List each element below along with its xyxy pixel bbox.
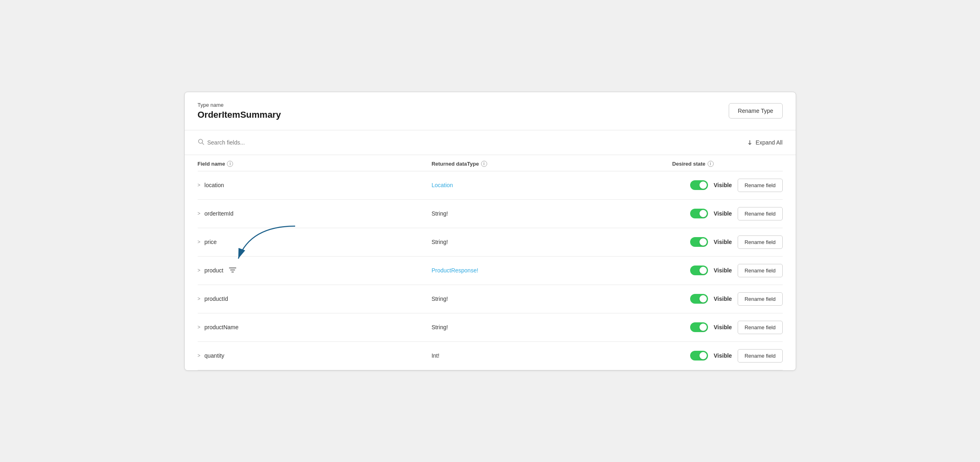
data-type-cell: String!: [432, 210, 665, 217]
data-type-link[interactable]: ProductResponse!: [432, 267, 478, 274]
visible-label: Visible: [714, 352, 732, 359]
col-header-data-type: Returned dataType i: [432, 161, 665, 167]
header-section: Type name OrderItemSummary Rename Type: [185, 92, 796, 130]
table-row: > product ProductResponse! Vi: [198, 257, 783, 285]
table-rows: > location Location Visible Rename field…: [198, 171, 783, 370]
data-type-cell: Location: [432, 182, 665, 188]
search-icon: [198, 138, 204, 147]
field-name-cell: > location: [198, 182, 432, 188]
table-row: > price String! Visible Rename field: [198, 228, 783, 257]
desired-state-info-icon: i: [708, 161, 714, 167]
data-type-link[interactable]: Location: [432, 182, 453, 188]
rename-type-button[interactable]: Rename Type: [729, 103, 783, 119]
visibility-toggle[interactable]: [690, 209, 708, 218]
visibility-toggle[interactable]: [690, 266, 708, 275]
field-name-text: price: [205, 239, 217, 245]
field-name-cell: > price: [198, 239, 432, 245]
table-row: > productName String! Visible Rename fie…: [198, 313, 783, 342]
toggle-slider: [690, 294, 708, 304]
data-type-text: String!: [432, 210, 448, 217]
expand-arrow[interactable]: >: [198, 239, 201, 245]
field-name-text: location: [205, 182, 224, 188]
field-name-cell: > orderItemId: [198, 210, 432, 217]
table-area: Field name i Returned dataType i Desired…: [185, 155, 796, 370]
data-type-text: String!: [432, 324, 448, 330]
search-bar-area: Expand All: [185, 130, 796, 155]
visible-label: Visible: [714, 239, 732, 245]
type-label: Type name: [198, 102, 281, 108]
expand-arrow[interactable]: >: [198, 324, 201, 330]
filter-icon: [229, 267, 236, 274]
field-name-text: productName: [205, 324, 239, 330]
table-row: > productId String! Visible Rename field: [198, 285, 783, 313]
rename-field-button[interactable]: Rename field: [738, 179, 783, 192]
svg-line-1: [202, 143, 204, 145]
field-name-text: productId: [205, 296, 228, 302]
visible-label: Visible: [714, 182, 732, 188]
toggle-slider: [690, 322, 708, 332]
data-type-cell: Int!: [432, 352, 665, 359]
visible-label: Visible: [714, 296, 732, 302]
expand-arrow[interactable]: >: [198, 182, 201, 188]
search-input-wrapper: [198, 138, 313, 147]
field-name-text: quantity: [205, 352, 224, 359]
data-type-text: String!: [432, 239, 448, 245]
toggle-slider: [690, 237, 708, 247]
field-name-cell: > productId: [198, 296, 432, 302]
visibility-toggle[interactable]: [690, 237, 708, 247]
data-type-text: String!: [432, 296, 448, 302]
expand-all-label: Expand All: [756, 139, 782, 146]
field-name-text: orderItemId: [205, 210, 234, 217]
visibility-toggle[interactable]: [690, 351, 708, 361]
rename-field-button[interactable]: Rename field: [738, 264, 783, 277]
data-type-info-icon: i: [481, 161, 487, 167]
visibility-toggle[interactable]: [690, 322, 708, 332]
toggle-slider: [690, 351, 708, 361]
svg-rect-3: [229, 268, 236, 268]
data-type-cell: String!: [432, 324, 665, 330]
desired-state-cell: Visible Rename field: [665, 292, 782, 306]
table-row: > location Location Visible Rename field: [198, 171, 783, 200]
type-name: OrderItemSummary: [198, 110, 281, 120]
main-container: Type name OrderItemSummary Rename Type E…: [184, 92, 796, 371]
expand-arrow[interactable]: >: [198, 296, 201, 302]
search-input[interactable]: [207, 139, 313, 146]
desired-state-cell: Visible Rename field: [665, 179, 782, 192]
expand-arrow[interactable]: >: [198, 268, 201, 273]
svg-rect-5: [231, 272, 234, 272]
table-row: > orderItemId String! Visible Rename fie…: [198, 200, 783, 228]
table-header: Field name i Returned dataType i Desired…: [198, 155, 783, 171]
visible-label: Visible: [714, 324, 732, 330]
visible-label: Visible: [714, 267, 732, 274]
rename-field-button[interactable]: Rename field: [738, 207, 783, 220]
expand-all-icon: [747, 139, 753, 146]
col-header-field-name: Field name i: [198, 161, 432, 167]
field-name-info-icon: i: [227, 161, 233, 167]
expand-arrow[interactable]: >: [198, 211, 201, 216]
table-row: > quantity Int! Visible Rename field: [198, 342, 783, 370]
rename-field-button[interactable]: Rename field: [738, 235, 783, 249]
expand-arrow[interactable]: >: [198, 353, 201, 358]
visibility-toggle[interactable]: [690, 294, 708, 304]
svg-rect-4: [230, 270, 235, 270]
rename-field-button[interactable]: Rename field: [738, 321, 783, 334]
desired-state-cell: Visible Rename field: [665, 321, 782, 334]
field-name-cell: > quantity: [198, 352, 432, 359]
rename-field-button[interactable]: Rename field: [738, 292, 783, 306]
data-type-cell: ProductResponse!: [432, 267, 665, 274]
expand-all-button[interactable]: Expand All: [747, 139, 782, 146]
visibility-toggle[interactable]: [690, 180, 708, 190]
desired-state-cell: Visible Rename field: [665, 264, 782, 277]
data-type-cell: String!: [432, 239, 665, 245]
data-type-cell: String!: [432, 296, 665, 302]
visible-label: Visible: [714, 210, 732, 217]
desired-state-cell: Visible Rename field: [665, 235, 782, 249]
toggle-slider: [690, 180, 708, 190]
field-name-text: product: [205, 267, 224, 274]
toggle-slider: [690, 209, 708, 218]
desired-state-cell: Visible Rename field: [665, 349, 782, 363]
field-name-cell: > productName: [198, 324, 432, 330]
header-left: Type name OrderItemSummary: [198, 102, 281, 120]
desired-state-cell: Visible Rename field: [665, 207, 782, 220]
rename-field-button[interactable]: Rename field: [738, 349, 783, 363]
